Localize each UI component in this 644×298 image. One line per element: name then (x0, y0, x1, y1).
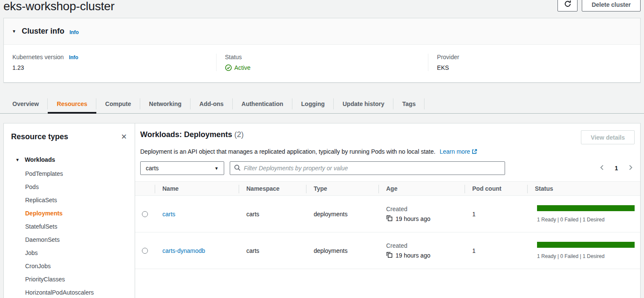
caret-down-icon: ▼ (12, 29, 16, 34)
tab-resources[interactable]: Resources (48, 95, 96, 113)
cell-status: 1 Ready | 0 Failed | 1 Desired (527, 205, 640, 223)
deployments-count: (2) (234, 130, 244, 139)
caret-down-icon: ▼ (15, 158, 20, 162)
age-value: 19 hours ago (386, 252, 465, 259)
cluster-info-header[interactable]: ▼ Cluster info Info (4, 18, 640, 45)
filter-search-input[interactable] (244, 165, 501, 172)
kubernetes-version-info-link[interactable]: Info (69, 54, 78, 60)
sidebar-item-replicasets[interactable]: ReplicaSets (25, 194, 135, 207)
provider-label: Provider (437, 54, 632, 60)
column-pod-count[interactable]: Pod count (465, 182, 527, 195)
age-created-label: Created (386, 242, 465, 249)
namespace-select[interactable]: carts ▼ (140, 161, 224, 175)
age-created-label: Created (386, 206, 465, 212)
column-type[interactable]: Type (306, 182, 378, 195)
deployments-description: Deployment is an API object that manages… (135, 144, 640, 156)
previous-page-button[interactable] (598, 163, 606, 173)
delete-cluster-button[interactable]: Delete cluster (582, 0, 641, 11)
deployments-title-text: Workloads: Deployments (140, 130, 232, 139)
deployment-name-link[interactable]: carts-dynamodb (162, 247, 205, 254)
age-text: 19 hours ago (396, 215, 430, 222)
table-row: carts-dynamodb carts deployments Created… (135, 232, 640, 269)
deployment-name-link[interactable]: carts (162, 211, 175, 218)
age-text: 19 hours ago (396, 252, 430, 259)
column-namespace[interactable]: Namespace (239, 182, 306, 195)
sidebar-header: Resource types ✕ (4, 123, 135, 141)
sidebar-item-priorityclasses[interactable]: PriorityClasses (25, 273, 135, 286)
tab-add-ons[interactable]: Add-ons (191, 95, 233, 113)
status-bar (537, 205, 635, 211)
deployments-panel: Workloads: Deployments (2) View details … (135, 123, 641, 298)
sidebar-item-deployments[interactable]: Deployments (25, 207, 135, 220)
provider-field: Provider EKS (428, 54, 640, 71)
external-link-icon (471, 149, 477, 156)
sidebar-item-daemonsets[interactable]: DaemonSets (25, 233, 135, 246)
chevron-left-icon (599, 164, 605, 172)
status-text: Active (234, 64, 251, 71)
status-value: Active (225, 64, 420, 71)
deployments-header: Workloads: Deployments (2) View details (135, 123, 640, 144)
close-icon[interactable]: ✕ (121, 133, 127, 140)
tab-networking[interactable]: Networking (140, 95, 191, 113)
tab-compute[interactable]: Compute (96, 95, 140, 113)
sidebar-item-podtemplates[interactable]: PodTemplates (25, 167, 135, 181)
current-page[interactable]: 1 (615, 165, 618, 172)
row-select-cell (135, 248, 155, 254)
namespace-select-value: carts (146, 165, 159, 172)
cluster-info-body: Kubernetes version Info 1.23 Status Acti… (4, 45, 640, 82)
sidebar-item-statefulsets[interactable]: StatefulSets (25, 220, 135, 233)
cluster-info-panel: ▼ Cluster info Info Kubernetes version I… (3, 18, 641, 83)
age-value: 19 hours ago (386, 215, 465, 223)
kubernetes-version-label: Kubernetes version Info (12, 54, 208, 60)
sidebar-item-jobs[interactable]: Jobs (25, 246, 135, 260)
search-icon (234, 164, 241, 172)
learn-more-link[interactable]: Learn more (440, 148, 478, 155)
next-page-button[interactable] (627, 163, 635, 173)
row-radio[interactable] (142, 211, 148, 217)
view-details-button[interactable]: View details (581, 130, 635, 144)
dropdown-caret-icon: ▼ (214, 166, 219, 171)
sidebar-item-horizontalpodautoscalers[interactable]: HorizontalPodAutoscalers (25, 286, 135, 298)
cell-name: carts-dynamodb (155, 247, 239, 254)
sidebar-item-pods[interactable]: Pods (25, 181, 135, 194)
tab-authentication[interactable]: Authentication (233, 95, 292, 113)
status-field: Status Active (216, 54, 428, 71)
deployments-title: Workloads: Deployments (2) (140, 130, 244, 139)
chevron-right-icon (627, 164, 634, 172)
table-row: carts carts deployments Created 19 hours… (135, 196, 640, 232)
column-name[interactable]: Name (155, 182, 239, 195)
tab-tags[interactable]: Tags (393, 95, 425, 113)
select-all-column (135, 182, 155, 195)
check-circle-icon (225, 64, 232, 71)
row-radio[interactable] (142, 248, 148, 254)
cluster-info-info-link[interactable]: Info (69, 29, 79, 35)
cell-name: carts (155, 211, 239, 218)
column-age[interactable]: Age (378, 182, 465, 195)
sidebar-title: Resource types (11, 132, 68, 141)
resource-types-sidebar: Resource types ✕ ▼ Workloads PodTemplate… (3, 123, 135, 298)
sidebar-item-cronjobs[interactable]: CronJobs (25, 260, 135, 273)
column-status[interactable]: Status (527, 182, 640, 195)
description-text: Deployment is an API object that manages… (140, 148, 436, 155)
tab-update-history[interactable]: Update history (334, 95, 393, 113)
tab-logging[interactable]: Logging (292, 95, 334, 113)
cell-pod-count: 1 (465, 211, 527, 218)
page-header: eks-workshop-cluster Delete cluster (0, 0, 644, 18)
filter-search (230, 161, 505, 175)
sidebar-group-workloads[interactable]: ▼ Workloads (15, 156, 135, 163)
copy-icon[interactable] (386, 215, 393, 223)
cell-namespace: carts (239, 211, 306, 218)
resources-content: Resource types ✕ ▼ Workloads PodTemplate… (3, 123, 641, 298)
copy-icon[interactable] (386, 252, 393, 259)
cell-age: Created 19 hours ago (378, 206, 465, 223)
tab-overview[interactable]: Overview (3, 95, 48, 113)
pagination: 1 (598, 163, 635, 173)
cell-pod-count: 1 (465, 247, 527, 254)
cell-age: Created 19 hours ago (378, 242, 465, 259)
kubernetes-version-field: Kubernetes version Info 1.23 (4, 54, 216, 71)
cell-namespace: carts (239, 247, 306, 254)
refresh-button[interactable] (557, 0, 578, 11)
sidebar-group-label: Workloads (25, 156, 55, 163)
header-actions: Delete cluster (557, 0, 641, 11)
deployments-table: Name Namespace Type Age Pod count Status… (135, 181, 640, 269)
